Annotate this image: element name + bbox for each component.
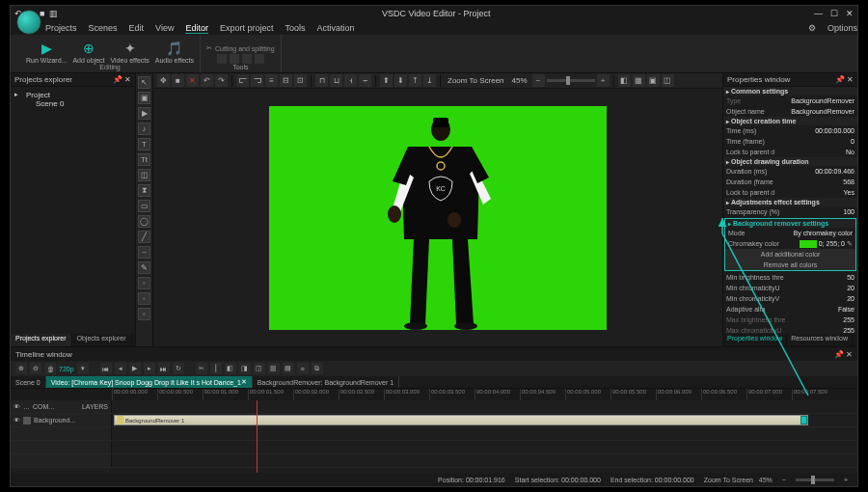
tc-loop-icon[interactable]: ↻ bbox=[173, 363, 184, 374]
pt-align[interactable]: ⫎ bbox=[251, 74, 263, 87]
timeline-tab-video[interactable]: Video: [Chroma Key] Snoop Dogg Drop It L… bbox=[46, 376, 253, 388]
pin-icon[interactable]: 📌 bbox=[834, 350, 844, 359]
tool-ellipse-icon[interactable]: ◯ bbox=[138, 215, 150, 228]
ribbon-tool[interactable] bbox=[217, 54, 227, 64]
pt-move-icon[interactable]: ✥ bbox=[157, 74, 170, 87]
timeline-clip[interactable]: BackgroundRemover 1 bbox=[114, 415, 808, 425]
tool-misc3-icon[interactable]: ◦ bbox=[138, 308, 150, 320]
close-icon[interactable]: ✕ bbox=[846, 9, 854, 18]
menu-view[interactable]: View bbox=[155, 23, 174, 33]
pt-order[interactable]: ⬆ bbox=[380, 74, 393, 87]
tc-dd-icon[interactable]: ▾ bbox=[77, 363, 89, 374]
pt-align[interactable]: ⫞ bbox=[344, 74, 357, 87]
menu-tools[interactable]: Tools bbox=[285, 23, 305, 33]
tab-resources[interactable]: Resources window bbox=[787, 334, 853, 346]
pt-misc[interactable]: ◧ bbox=[618, 74, 631, 87]
menu-editor[interactable]: Editor bbox=[185, 23, 208, 34]
tc-misc[interactable]: ⧉ bbox=[312, 363, 323, 374]
maximize-icon[interactable]: ☐ bbox=[830, 9, 838, 18]
tc-add-icon[interactable]: ⊕ bbox=[15, 363, 27, 374]
panel-close-icon[interactable]: ✕ bbox=[846, 350, 853, 359]
pin-icon[interactable]: 📌 bbox=[113, 75, 122, 84]
zoom-pct[interactable]: 45% bbox=[512, 76, 528, 85]
ribbon-tool[interactable] bbox=[242, 54, 252, 64]
zoom-out-icon[interactable]: − bbox=[532, 74, 545, 87]
pt-delete-icon[interactable]: ✕ bbox=[186, 74, 199, 87]
project-tree[interactable]: Project Scene 0 bbox=[11, 87, 135, 334]
remove-colors-button[interactable]: Remove all colors bbox=[725, 260, 855, 270]
pt-redo-icon[interactable]: ↷ bbox=[215, 74, 228, 87]
pt-order[interactable]: ⤒ bbox=[409, 74, 421, 87]
tool-image-icon[interactable]: ▣ bbox=[138, 92, 150, 104]
tc-next-icon[interactable]: ▸ bbox=[144, 363, 155, 374]
tc-misc[interactable]: ◫ bbox=[254, 363, 265, 374]
tool-misc-icon[interactable]: ◦ bbox=[138, 277, 150, 289]
pt-align[interactable]: ⊟ bbox=[280, 74, 292, 87]
menu-export[interactable]: Export project bbox=[220, 23, 274, 33]
clip-end-handle[interactable] bbox=[800, 416, 807, 424]
tool-chart-icon[interactable]: ◫ bbox=[138, 169, 150, 181]
tool-curve-icon[interactable]: ~ bbox=[138, 246, 150, 259]
pt-tool[interactable]: ■ bbox=[172, 74, 184, 87]
eye-icon[interactable]: 👁 bbox=[14, 417, 20, 424]
pt-misc[interactable]: ▦ bbox=[633, 74, 645, 87]
pt-misc[interactable]: ▣ bbox=[647, 74, 660, 87]
add-color-button[interactable]: Add additional color bbox=[725, 249, 855, 260]
panel-close-icon[interactable]: ✕ bbox=[847, 75, 854, 84]
zoom-out-icon[interactable]: − bbox=[782, 477, 786, 483]
tree-scene[interactable]: Scene 0 bbox=[14, 99, 131, 108]
tool-text-icon[interactable]: T bbox=[138, 138, 150, 150]
zoom-mode[interactable]: Zoom To Screen bbox=[448, 76, 504, 85]
menu-projects[interactable]: Projects bbox=[45, 23, 77, 33]
tool-misc2-icon[interactable]: ◦ bbox=[138, 292, 150, 305]
timeline-ruler[interactable]: 00:00:00.000 00:00:00.500 00:00:01.000 0… bbox=[11, 389, 857, 400]
tc-misc[interactable]: ▤ bbox=[283, 363, 294, 374]
pt-align[interactable]: ≡ bbox=[265, 74, 278, 87]
sec-common[interactable]: Common settings bbox=[723, 87, 857, 96]
eye-icon[interactable]: 👁 bbox=[14, 403, 20, 410]
video-effects-button[interactable]: ✦Video effects bbox=[111, 41, 149, 64]
tool-rect-icon[interactable]: ▭ bbox=[138, 200, 150, 212]
tc-misc[interactable]: ≡ bbox=[297, 363, 309, 374]
chromakey-color-chip[interactable] bbox=[800, 240, 817, 248]
pt-order[interactable]: ⤓ bbox=[423, 74, 436, 87]
sec-drawing[interactable]: Object drawing duration bbox=[723, 157, 857, 166]
tree-project[interactable]: Project bbox=[14, 91, 131, 99]
pt-align[interactable]: ⊔ bbox=[330, 74, 342, 87]
zoom-in-icon[interactable]: + bbox=[844, 477, 848, 483]
tab-objects-explorer[interactable]: Objects explorer bbox=[72, 334, 132, 346]
tc-end-icon[interactable]: ⏭ bbox=[158, 363, 170, 374]
options-label[interactable]: Options bbox=[827, 23, 857, 33]
tab-properties[interactable]: Properties window bbox=[723, 334, 787, 346]
timeline-tab-scene[interactable]: Scene 0 bbox=[11, 376, 46, 388]
tc-split-icon[interactable]: ⎮ bbox=[210, 363, 222, 374]
pt-order[interactable]: ⬇ bbox=[394, 74, 407, 87]
ribbon-tool[interactable] bbox=[230, 54, 239, 64]
add-object-button[interactable]: ⊕Add object bbox=[72, 41, 104, 64]
audio-effects-button[interactable]: 🎵Audio effects bbox=[155, 41, 194, 64]
tab-projects-explorer[interactable]: Projects explorer bbox=[11, 334, 72, 346]
preview-canvas[interactable]: KC bbox=[153, 89, 722, 346]
gear-icon[interactable]: ⚙ bbox=[808, 23, 816, 33]
panel-close-icon[interactable]: ✕ bbox=[124, 75, 131, 84]
playhead[interactable] bbox=[257, 400, 258, 473]
tc-misc[interactable]: ◨ bbox=[239, 363, 251, 374]
ribbon-tool[interactable] bbox=[255, 54, 264, 64]
pt-misc[interactable]: ◫ bbox=[662, 74, 674, 87]
fps-label[interactable]: 720p bbox=[59, 366, 74, 372]
tool-audio-icon[interactable]: ♪ bbox=[138, 123, 150, 135]
menu-scenes[interactable]: Scenes bbox=[89, 23, 118, 33]
sec-bgrem[interactable]: Background remover settings bbox=[725, 219, 855, 228]
tc-remove-icon[interactable]: ⊖ bbox=[30, 363, 41, 374]
sec-creation[interactable]: Object creation time bbox=[723, 117, 857, 125]
tool-video-icon[interactable]: ▶ bbox=[138, 107, 150, 120]
run-wizard-button[interactable]: ▶Run Wizard... bbox=[26, 41, 67, 64]
pt-align[interactable]: ⫍ bbox=[236, 74, 249, 87]
tc-cut-icon[interactable]: ✂ bbox=[196, 363, 207, 374]
tool-subtitle-icon[interactable]: Tt bbox=[138, 153, 150, 166]
minimize-icon[interactable]: — bbox=[814, 9, 823, 18]
tab-close-icon[interactable]: ✕ bbox=[241, 378, 247, 386]
tool-freehand-icon[interactable]: ✎ bbox=[138, 261, 150, 274]
menu-edit[interactable]: Edit bbox=[129, 23, 145, 33]
qat-open-icon[interactable]: ▥ bbox=[49, 9, 58, 18]
